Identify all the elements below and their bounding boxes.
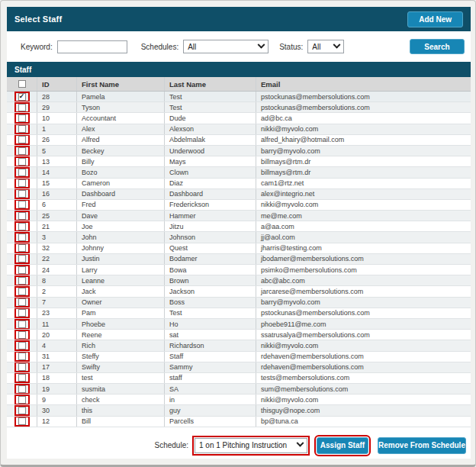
red-annotation-box (14, 340, 30, 350)
column-header-id: ID (37, 77, 77, 91)
row-email: ad@bc.ca (256, 113, 471, 123)
row-email: rdehaven@membersolutions.com (256, 352, 471, 362)
red-annotation-box (14, 319, 30, 329)
table-row: 20 Reene sat ssatrusalya@membersolutions… (7, 330, 471, 340)
select-all-checkbox[interactable] (18, 80, 26, 88)
row-checkbox-cell (7, 189, 37, 199)
row-checkbox[interactable] (18, 342, 26, 349)
row-checkbox[interactable] (18, 179, 26, 187)
row-email: billmays@rtm.dr (256, 156, 471, 166)
row-id: 32 (37, 243, 77, 253)
red-annotation-box (14, 124, 30, 134)
row-checkbox-cell (7, 113, 37, 123)
row-last-name: Test (165, 92, 256, 101)
row-first-name: Alex (77, 124, 165, 134)
row-checkbox-cell (7, 362, 37, 372)
red-annotation-box (14, 352, 30, 362)
row-checkbox[interactable] (18, 353, 26, 360)
row-checkbox[interactable] (18, 363, 26, 371)
table-row: 6 Fred Frederickson nikki@myvolo.com (7, 200, 471, 211)
row-email: pstockunas@membersolutions.com (256, 308, 471, 318)
row-first-name: Jack (77, 286, 165, 296)
row-last-name: Bowa (165, 265, 256, 275)
row-last-name: Abdelmalak (165, 135, 256, 145)
row-checkbox[interactable] (18, 320, 26, 328)
row-email: nikki@myvolo.com (256, 395, 471, 404)
row-id: 30 (37, 405, 77, 415)
row-id: 1 (37, 124, 77, 134)
row-checkbox[interactable] (18, 417, 26, 425)
row-checkbox[interactable] (18, 147, 26, 155)
red-annotation-box (14, 113, 30, 123)
row-checkbox[interactable] (18, 385, 26, 393)
row-last-name: Underwood (165, 146, 256, 156)
table-row: 10 Accountant Dude ad@bc.ca (7, 113, 471, 124)
table-row: 14 Bozo Clown billmays@rtm.dr (7, 167, 471, 178)
row-checkbox-cell (7, 352, 37, 362)
red-annotation-box (14, 405, 30, 415)
chevron-down-icon (333, 40, 341, 48)
row-checkbox[interactable] (18, 255, 26, 262)
column-header-last-name: Last Name (165, 77, 256, 91)
keyword-input[interactable] (57, 40, 127, 53)
row-first-name: Billy (77, 156, 165, 166)
row-checkbox[interactable] (18, 201, 26, 208)
row-checkbox[interactable] (18, 244, 26, 252)
row-checkbox[interactable] (18, 309, 26, 317)
schedule-select[interactable]: 1 on 1 Pitching Instruction (195, 438, 307, 453)
red-annotation-box (14, 373, 30, 383)
table-row: 19 susmita SA sum@membersolutions.com (7, 384, 471, 395)
select-all-cell (7, 77, 37, 91)
row-checkbox[interactable] (18, 396, 26, 404)
row-email: tests@membersolutions.com (256, 373, 471, 383)
row-last-name: Sammy (165, 362, 256, 372)
row-first-name: Dave (77, 211, 165, 221)
row-checkbox[interactable] (18, 407, 26, 414)
row-checkbox[interactable] (18, 125, 26, 133)
row-email: jarcarese@membersolutions.com (256, 286, 471, 296)
row-checkbox[interactable] (18, 277, 26, 285)
row-checkbox[interactable] (18, 331, 26, 339)
schedules-select[interactable]: All (183, 40, 269, 53)
row-checkbox-cell (7, 232, 37, 242)
row-checkbox[interactable] (18, 223, 26, 230)
row-id: 21 (37, 221, 77, 231)
assign-staff-button[interactable]: Assign Staff (317, 437, 368, 454)
row-email: nikki@myvolo.com (256, 200, 471, 210)
row-checkbox-cell (7, 146, 37, 156)
row-id: 6 (37, 200, 77, 210)
filter-row: Keyword: Schedules: All Status: All Sear… (7, 31, 471, 62)
row-last-name: Diaz (165, 179, 256, 188)
search-button[interactable]: Search (410, 39, 465, 54)
row-checkbox[interactable] (18, 374, 26, 382)
row-checkbox[interactable] (18, 288, 26, 295)
row-checkbox-cell (7, 298, 37, 308)
row-checkbox[interactable] (18, 234, 26, 241)
row-checkbox[interactable] (18, 104, 26, 111)
row-checkbox[interactable] (18, 158, 26, 166)
row-checkbox-cell (7, 167, 37, 177)
status-select[interactable]: All (307, 40, 344, 53)
red-annotation-box (14, 275, 30, 285)
page-title: Select Staff (14, 14, 62, 24)
red-annotation-box (14, 417, 30, 427)
schedules-select-value: All (188, 43, 196, 51)
row-checkbox[interactable] (18, 169, 26, 176)
red-annotation-box (14, 135, 30, 145)
row-first-name: Pamela (77, 92, 165, 101)
row-checkbox[interactable] (18, 298, 26, 306)
red-annotation-box (14, 395, 30, 404)
row-checkbox[interactable] (18, 190, 26, 198)
row-checkbox[interactable] (18, 93, 26, 101)
remove-from-schedule-button[interactable]: Remove From Schedule (378, 437, 466, 454)
row-checkbox[interactable] (18, 266, 26, 274)
table-row: 22 Justin Bodamer jbodamer@membersolutio… (7, 254, 471, 265)
schedule-label: Schedule: (155, 441, 188, 449)
row-checkbox[interactable] (18, 114, 26, 122)
row-first-name: Joe (77, 221, 165, 231)
add-new-button[interactable]: Add New (407, 11, 463, 27)
staff-section-header: Staff (7, 62, 471, 77)
row-checkbox[interactable] (18, 212, 26, 220)
table-row: 29 Tyson Test pstockunas@membersolutions… (7, 102, 471, 113)
row-checkbox[interactable] (18, 136, 26, 143)
